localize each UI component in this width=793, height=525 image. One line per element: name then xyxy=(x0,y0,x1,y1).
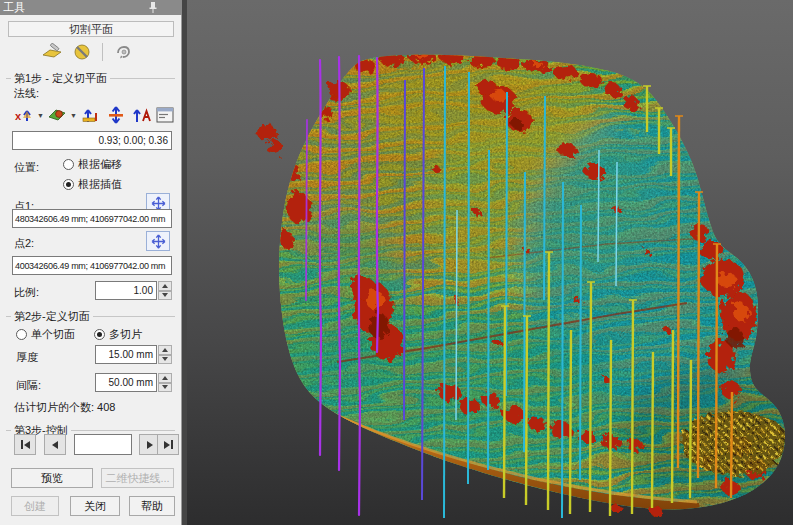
toolbar-separator xyxy=(102,43,103,61)
application-window: 工具 切割平面 xyxy=(0,0,793,525)
dialog-input-icon[interactable] xyxy=(155,104,175,126)
step1-group-title: 第1步 - 定义切平面 xyxy=(6,71,175,86)
previous-slice-button[interactable] xyxy=(44,434,66,455)
grab-tool-icon[interactable] xyxy=(111,41,135,63)
thickness-down-button[interactable] xyxy=(158,355,172,365)
3d-viewport[interactable] xyxy=(182,0,793,525)
spacing-label: 间隔: xyxy=(16,378,41,393)
radio-single-section[interactable]: 单个切面 xyxy=(16,327,75,342)
panel-toolbar xyxy=(40,40,135,64)
radio-by-interpolation-label: 根据插值 xyxy=(78,178,122,190)
svg-text:x: x xyxy=(15,110,22,122)
create-button[interactable]: 创建 xyxy=(11,496,59,516)
point2-value: 400342606.49 mm; 4106977042.00 mm xyxy=(15,261,165,271)
axis-normal-dropdown[interactable]: ▼ xyxy=(37,112,44,119)
radio-by-interpolation[interactable]: 根据插值 xyxy=(63,177,122,192)
thickness-label: 厚度 xyxy=(16,350,38,365)
point1-field[interactable]: 480342606.49 mm; 4106977042.00 mm xyxy=(12,209,172,228)
radio-single-circle xyxy=(16,329,27,340)
plane-normal-dropdown[interactable]: ▼ xyxy=(70,112,77,119)
pin-icon[interactable] xyxy=(148,1,158,14)
scale-label: 比例: xyxy=(14,285,39,300)
radio-by-interpolation-circle xyxy=(63,179,74,190)
radio-by-offset[interactable]: 根据偏移 xyxy=(63,157,122,172)
thickness-input[interactable]: 15.00 mm xyxy=(95,345,157,364)
preview-button[interactable]: 预览 xyxy=(11,468,93,488)
polyline-2d-button[interactable]: 二维快捷线... xyxy=(101,468,174,488)
remove-plane-icon[interactable] xyxy=(70,41,94,63)
help-button[interactable]: 帮助 xyxy=(129,496,175,516)
first-slice-button[interactable] xyxy=(14,434,36,455)
thickness-spinner: 15.00 mm xyxy=(95,345,172,364)
two-points-normal-icon[interactable] xyxy=(80,104,102,126)
tools-panel: 工具 切割平面 xyxy=(0,0,182,525)
edit-plane-icon[interactable] xyxy=(40,41,64,63)
plane-normal-icon[interactable] xyxy=(47,104,67,126)
slice-estimate: 估计切片的个数: 408 xyxy=(14,400,115,415)
panel-titlebar[interactable]: 工具 xyxy=(0,0,182,15)
scale-spinner: 1.00 xyxy=(95,281,172,300)
point-cloud-scene xyxy=(187,0,793,525)
step2-group-title: 第2步-定义切面 xyxy=(6,309,175,324)
radio-single-label: 单个切面 xyxy=(31,328,75,340)
rock-surface xyxy=(247,40,793,525)
spacing-up-button[interactable] xyxy=(158,373,172,383)
thickness-up-button[interactable] xyxy=(158,345,172,355)
point2-pick-button[interactable] xyxy=(146,231,170,251)
point2-label: 点2: xyxy=(14,236,34,251)
radio-multi-label: 多切片 xyxy=(109,328,142,340)
middle-normal-icon[interactable] xyxy=(105,104,127,126)
normal-vector-value: 0.93; 0.00; 0.36 xyxy=(98,135,168,146)
radio-multi-circle xyxy=(94,329,105,340)
normal-icon-row: x ▼ ▼ xyxy=(14,103,175,127)
spacing-spinner: 50.00 mm xyxy=(95,373,172,392)
scale-input[interactable]: 1.00 xyxy=(95,281,157,300)
angle-normal-icon[interactable] xyxy=(130,104,152,126)
spacing-down-button[interactable] xyxy=(158,383,172,393)
spacing-input[interactable]: 50.00 mm xyxy=(95,373,157,392)
normal-label: 法线: xyxy=(14,86,39,101)
axis-normal-icon[interactable]: x xyxy=(14,104,34,126)
move-cross-icon xyxy=(151,234,166,249)
point2-field[interactable]: 400342606.49 mm; 4106977042.00 mm xyxy=(12,256,172,275)
dialog-header: 切割平面 xyxy=(8,21,174,37)
close-button[interactable]: 关闭 xyxy=(70,496,120,516)
point1-value: 480342606.49 mm; 4106977042.00 mm xyxy=(15,214,165,224)
scale-down-button[interactable] xyxy=(158,291,172,301)
position-label: 位置: xyxy=(14,160,39,175)
radio-by-offset-label: 根据偏移 xyxy=(78,158,122,170)
slice-position-field[interactable] xyxy=(74,434,132,455)
radio-by-offset-circle xyxy=(63,159,74,170)
last-slice-button[interactable] xyxy=(157,434,179,455)
panel-title: 工具 xyxy=(3,1,25,13)
normal-vector-field[interactable]: 0.93; 0.00; 0.36 xyxy=(12,131,172,150)
scale-up-button[interactable] xyxy=(158,281,172,291)
radio-multi-slice[interactable]: 多切片 xyxy=(94,327,142,342)
